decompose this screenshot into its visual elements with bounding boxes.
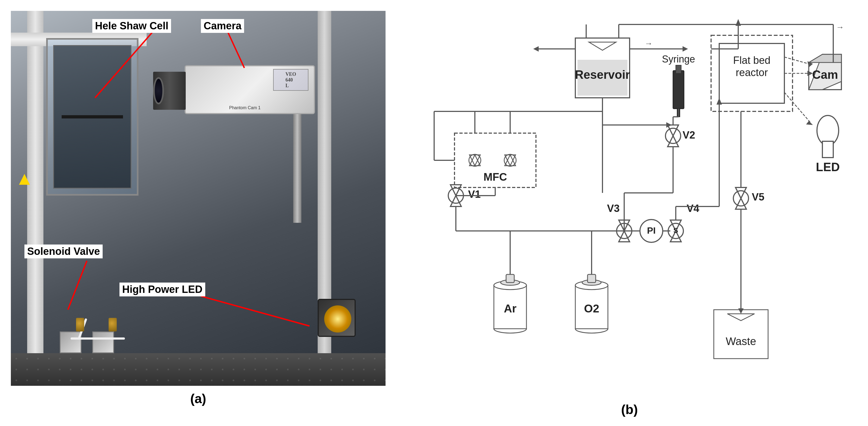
v1-label: V1	[468, 189, 480, 200]
svg-rect-48	[506, 275, 514, 283]
annotation-solenoid: Solenoid Valve	[25, 245, 103, 258]
ar-label: Ar	[504, 302, 517, 315]
hele-shaw-slot	[62, 115, 123, 118]
hele-shaw-cell	[46, 38, 138, 196]
annotation-hele-shaw: Hele Shaw Cell	[92, 19, 171, 33]
svg-line-3	[228, 33, 244, 68]
s-inside-v4: S	[673, 226, 678, 234]
mfc-label: MFC	[483, 171, 507, 183]
optical-table	[11, 353, 385, 386]
hele-shaw-inner	[53, 45, 131, 189]
svg-marker-35	[619, 231, 630, 242]
svg-rect-16	[823, 141, 833, 158]
svg-marker-14	[809, 54, 841, 62]
svg-marker-32	[668, 136, 679, 147]
photo-box: VEO640L Phantom Cam 1	[11, 11, 385, 386]
syringe-label: Syringe	[662, 54, 695, 65]
svg-marker-62	[533, 46, 539, 52]
panel-label-a: (a)	[11, 391, 385, 406]
svg-marker-57	[683, 46, 688, 52]
svg-rect-53	[588, 275, 596, 283]
v3-label: V3	[607, 203, 619, 214]
photo-panel: VEO640L Phantom Cam 1	[11, 11, 385, 406]
o2-label: O2	[584, 302, 599, 315]
photo-background: VEO640L Phantom Cam 1	[11, 11, 385, 386]
camera-stand	[293, 114, 301, 223]
reservoir-label: Reservoir	[575, 68, 630, 81]
svg-text:→: →	[645, 39, 653, 48]
svg-rect-1	[11, 353, 385, 386]
camera-brand-label: VEO640L	[273, 69, 308, 91]
led-label: LED	[816, 160, 840, 174]
main-container: VEO640L Phantom Cam 1	[11, 11, 857, 415]
camera-lens	[153, 72, 186, 110]
v5-label: V5	[752, 191, 764, 203]
camera-lens-front	[153, 77, 164, 104]
schematic-diagram: Reservoir Flat bed reactor Cam LED	[412, 16, 847, 397]
svg-rect-26	[676, 65, 681, 73]
bottom-assembly	[33, 293, 223, 353]
diagram-panel: Reservoir Flat bed reactor Cam LED	[402, 11, 857, 417]
annotation-led: High Power LED	[120, 283, 205, 296]
svg-rect-54	[714, 310, 768, 359]
panel-label-b: (b)	[621, 402, 638, 417]
svg-marker-31	[668, 125, 679, 136]
waste-label: Waste	[726, 335, 756, 347]
svg-rect-25	[673, 70, 684, 109]
led-assembly	[318, 299, 372, 348]
flat-bed-label-1: Flat bed	[733, 55, 770, 66]
pi-label: PI	[647, 225, 655, 235]
v2-label: V2	[683, 129, 695, 141]
camera-body: VEO640L Phantom Cam 1	[185, 65, 315, 114]
annotation-camera: Camera	[201, 19, 244, 33]
svg-marker-29	[451, 196, 461, 206]
svg-marker-40	[736, 188, 746, 198]
v4-label: V4	[687, 203, 699, 214]
svg-marker-41	[736, 198, 746, 209]
cam-label: Cam	[812, 68, 838, 81]
svg-text:→: →	[836, 23, 844, 31]
flat-bed-label-2: reactor	[736, 67, 768, 78]
